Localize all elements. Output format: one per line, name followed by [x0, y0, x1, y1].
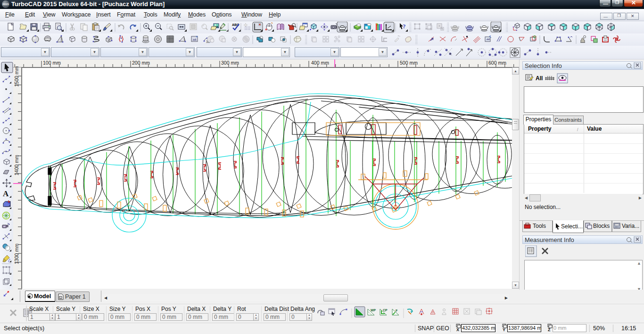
svg-text:F: F — [396, 309, 398, 312]
svg-text:WP: WP — [371, 309, 376, 312]
svg-text:?: ? — [403, 23, 406, 30]
svg-text:X: X — [456, 327, 459, 332]
svg-text:Y: Y — [503, 327, 505, 332]
svg-text:Z: Z — [548, 327, 551, 332]
svg-text:CP: CP — [383, 309, 388, 312]
svg-text:All: All — [536, 75, 543, 82]
svg-text:A: A — [3, 189, 9, 198]
svg-text:1: 1 — [60, 296, 61, 299]
